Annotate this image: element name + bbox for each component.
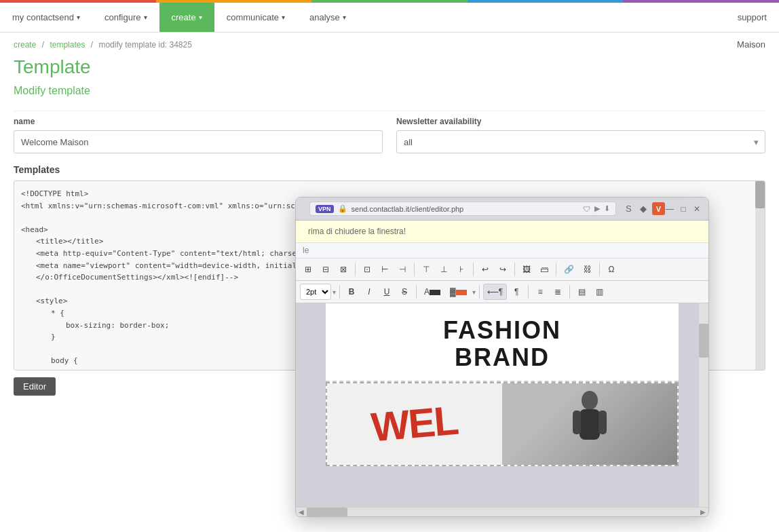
model-silhouette xyxy=(569,390,610,409)
align-right-btn[interactable]: ▥ xyxy=(591,284,607,300)
ul-btn[interactable]: ≡ xyxy=(532,284,548,300)
divider xyxy=(14,111,765,111)
brand-line2: BRAND xyxy=(346,344,658,371)
brand-header: FASHION BRAND xyxy=(326,303,679,382)
rtl-btn[interactable]: ⟵¶ xyxy=(483,284,507,300)
bold-btn[interactable]: B xyxy=(343,284,360,300)
table7-icon-btn[interactable]: ⊤ xyxy=(418,261,434,278)
highlight-btn[interactable]: ▓ xyxy=(446,284,471,300)
table-icon-btn[interactable]: ⊞ xyxy=(300,261,316,278)
undo-btn[interactable]: ↩ xyxy=(477,261,493,278)
separator6 xyxy=(599,263,600,276)
welcome-section: WEL xyxy=(326,382,679,409)
close-button[interactable]: ✕ xyxy=(692,204,702,214)
vpn-badge: VPN xyxy=(316,205,334,213)
nav-label: configure xyxy=(104,12,140,22)
templates-label: Templates xyxy=(14,164,765,175)
maximize-button[interactable]: □ xyxy=(679,204,688,214)
font-color-btn[interactable]: A xyxy=(420,284,444,300)
shield-icon: 🛡 xyxy=(583,205,590,213)
table5-icon-btn[interactable]: ⊢ xyxy=(377,261,393,278)
separator2 xyxy=(414,263,415,276)
editor-content-area[interactable]: FASHION BRAND WEL xyxy=(296,303,708,409)
a-label: A xyxy=(424,287,430,297)
chevron-down-icon: ▾ xyxy=(282,14,285,21)
vivaldi-btn[interactable]: V xyxy=(652,202,665,215)
nav-support[interactable]: support xyxy=(725,3,779,32)
underline-btn[interactable]: U xyxy=(379,284,395,300)
table2-icon-btn[interactable]: ⊟ xyxy=(318,261,334,278)
nav-analyse[interactable]: analyse ▾ xyxy=(297,3,358,32)
chevron-down-icon: ▾ xyxy=(144,14,147,21)
code-scrollbar[interactable] xyxy=(755,181,765,370)
browser-addressbar: VPN 🔒 send.contactlab.it/client/editor.p… xyxy=(309,202,616,216)
form-row: name Newsletter availability all newslet… xyxy=(14,117,765,153)
link-btn[interactable]: 🔗 xyxy=(560,261,578,278)
availability-select-wrapper: all newsletter transactional ▾ xyxy=(396,130,765,153)
browser-action-buttons: S ◆ V xyxy=(623,202,665,215)
caret-down-icon: ▾ xyxy=(472,288,476,296)
special-char-btn[interactable]: Ω xyxy=(603,261,620,278)
name-field-group: name xyxy=(14,117,383,153)
editor-right-scrollbar[interactable] xyxy=(699,303,708,409)
table3-icon-btn[interactable]: ⊠ xyxy=(335,261,352,278)
second-line-text: le xyxy=(303,246,309,255)
separator3 xyxy=(473,263,474,276)
brand-line1: FASHION xyxy=(346,317,658,344)
code-scrollbar-thumb xyxy=(755,181,765,208)
separator8 xyxy=(416,285,417,299)
wel-text-label: WEL xyxy=(370,398,460,409)
browser-extension-btn[interactable]: S xyxy=(623,202,634,215)
align-left-btn[interactable]: ▤ xyxy=(573,284,590,300)
nav-create[interactable]: create ▾ xyxy=(159,3,214,32)
minimize-button[interactable]: — xyxy=(665,204,674,214)
para-btn[interactable]: ¶ xyxy=(508,284,525,300)
nav-my-contactsend[interactable]: my contactsend ▾ xyxy=(0,3,92,32)
welcome-image-left: WEL xyxy=(327,383,502,409)
availability-select[interactable]: all newsletter transactional xyxy=(396,130,765,153)
image-library-btn[interactable]: 🗃 xyxy=(536,261,552,278)
separator11 xyxy=(569,285,570,299)
ol-btn[interactable]: ≣ xyxy=(550,284,566,300)
font-color-swatch xyxy=(430,290,440,295)
insert-image-btn[interactable]: 🖼 xyxy=(518,261,535,278)
separator10 xyxy=(528,285,529,299)
unlink-btn[interactable]: ⛓ xyxy=(580,261,596,278)
chevron-down-icon: ▾ xyxy=(343,14,346,21)
brand-text: FASHION BRAND xyxy=(346,317,658,370)
table6-icon-btn[interactable]: ⊣ xyxy=(394,261,411,278)
browser-titlebar: VPN 🔒 send.contactlab.it/client/editor.p… xyxy=(296,197,708,221)
user-label: Maison xyxy=(737,39,765,50)
breadcrumb-templates[interactable]: templates xyxy=(50,40,85,50)
redo-btn[interactable]: ↪ xyxy=(495,261,511,278)
name-input[interactable] xyxy=(14,130,383,153)
nav-communicate[interactable]: communicate ▾ xyxy=(214,3,297,32)
breadcrumb-create[interactable]: create xyxy=(14,40,36,50)
url-text[interactable]: send.contactlab.it/client/editor.php xyxy=(352,205,579,213)
browser-popup: VPN 🔒 send.contactlab.it/client/editor.p… xyxy=(295,197,709,409)
breadcrumb-sep: / xyxy=(42,40,44,50)
strikethrough-btn[interactable]: S xyxy=(396,284,413,300)
warning-bar: rima di chiudere la finestra! xyxy=(296,221,708,243)
table8-icon-btn[interactable]: ⊥ xyxy=(436,261,452,278)
separator7 xyxy=(339,285,340,299)
highlight-label: ▓ xyxy=(450,287,456,297)
nav-label: create xyxy=(172,12,196,22)
chevron-down-icon: ▾ xyxy=(199,14,202,21)
font-size-select[interactable]: 2pt xyxy=(300,284,331,300)
nav-label: my contactsend xyxy=(12,12,74,22)
table9-icon-btn[interactable]: ⊦ xyxy=(453,261,470,278)
editor-inner: FASHION BRAND WEL xyxy=(326,303,679,409)
editor-toolbar-2: 2pt ▾ B I U S A ▓ ▾ ⟵¶ ¶ ≡ ≣ ▤ ▥ xyxy=(296,281,708,303)
nav-label: support xyxy=(738,12,767,22)
browser-extension2-btn[interactable]: ◆ xyxy=(637,202,649,215)
table4-icon-btn[interactable]: ⊡ xyxy=(359,261,375,278)
nav-label: communicate xyxy=(227,12,279,22)
separator xyxy=(355,263,356,276)
italic-btn[interactable]: I xyxy=(361,284,377,300)
nav-configure[interactable]: configure ▾ xyxy=(92,3,159,32)
download-icon: ⬇ xyxy=(604,204,610,213)
breadcrumb-current: modify template id: 34825 xyxy=(98,40,191,50)
browser-window-controls: — □ ✕ xyxy=(665,204,702,214)
editor-button[interactable]: Editor xyxy=(14,377,56,396)
